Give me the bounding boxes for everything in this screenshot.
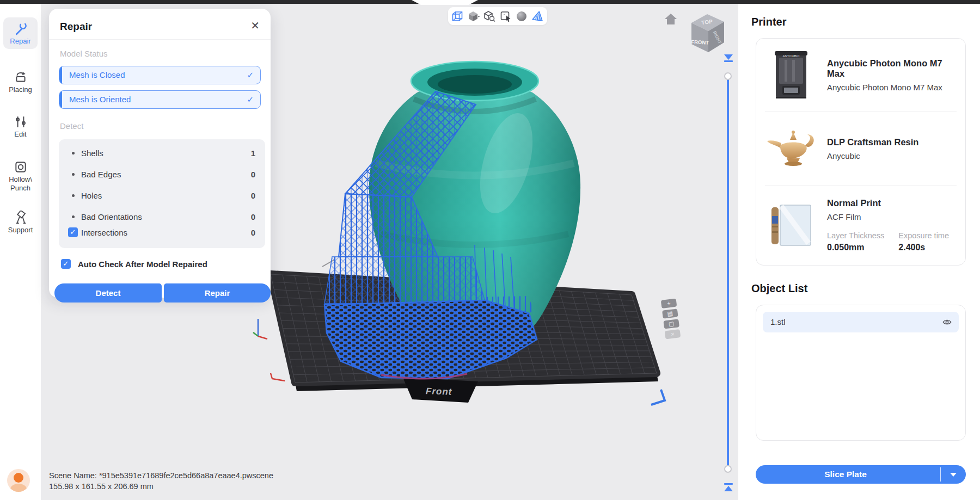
film-image xyxy=(765,201,817,250)
clip-slider-handle-bottom[interactable] xyxy=(724,465,732,473)
exposure-time-value: 2.400s xyxy=(898,243,949,252)
status-mesh-closed: Mesh is Closed ✓ xyxy=(59,66,261,84)
detect-row-intersections: ✓ Intersections 0 xyxy=(59,222,265,244)
svg-text:ANYCUBIC: ANYCUBIC xyxy=(782,54,800,58)
check-icon: ✓ xyxy=(247,95,254,104)
printer-row[interactable]: ANYCUBIC Anycubic Photon Mono M7 Max Any… xyxy=(756,39,965,112)
clip-slider-track[interactable] xyxy=(727,76,729,469)
top-collapse-tab[interactable] xyxy=(412,0,478,5)
view-cube[interactable]: TOP FRONT RIGHT xyxy=(689,11,727,54)
clip-prism-icon[interactable] xyxy=(531,10,544,23)
print-mode-row[interactable]: Normal Print ACF Film Layer Thickness 0.… xyxy=(756,186,965,265)
auto-check-checkbox[interactable]: ✓ xyxy=(61,259,71,269)
detect-row-shells: Shells 1 xyxy=(59,143,265,164)
chevron-down-icon[interactable] xyxy=(950,473,957,477)
detect-row-holes: Holes 0 xyxy=(59,185,265,207)
scene-name-text: Scene Name: *915e5391e71689fe2ce5d66a8a7… xyxy=(49,470,273,481)
rotate-plate-icon xyxy=(14,70,28,84)
clip-slider-handle-top[interactable] xyxy=(724,72,732,80)
home-view-icon[interactable] xyxy=(663,12,678,26)
avatar-body xyxy=(10,484,27,492)
repair-panel: Repair ✕ Model Status Mesh is Closed ✓ M… xyxy=(49,9,271,298)
sidebar-item-repair[interactable]: Repair xyxy=(0,22,41,46)
layer-thickness-value: 0.050mm xyxy=(827,243,884,252)
repair-panel-title: Repair xyxy=(60,21,92,33)
status-bar: Scene Name: *915e5391e71689fe2ce5d66a8a7… xyxy=(49,470,273,492)
printer-name: Anycubic Photon Mono M7 Max xyxy=(827,58,957,79)
printer-subtitle: Anycubic Photon Mono M7 Max xyxy=(827,83,957,92)
object-name: 1.stl xyxy=(770,317,786,326)
printer-section-title: Printer xyxy=(751,16,786,28)
detect-label: Detect xyxy=(60,121,83,131)
wireframe-cube-icon[interactable] xyxy=(451,10,464,23)
auto-check-label: Auto Check After Model Repaired xyxy=(78,260,207,269)
view-toolbar xyxy=(448,7,547,25)
photon-workshop-app: Front xyxy=(0,0,980,500)
slice-plate-button[interactable]: Slice Plate xyxy=(756,465,966,484)
layer-thickness-label: Layer Thickness xyxy=(827,231,884,240)
detect-card: Shells 1 Bad Edges 0 Holes 0 Bad Orienta… xyxy=(59,139,265,248)
film-type: ACF Film xyxy=(827,212,957,221)
sidebar-item-support[interactable]: Support xyxy=(0,211,41,234)
window-top-strip xyxy=(0,0,980,4)
print-params: Layer Thickness 0.050mm Exposure time 2.… xyxy=(827,231,957,252)
resin-image xyxy=(765,128,817,170)
object-list-card: 1.stl xyxy=(756,305,966,441)
lock-icon[interactable]: ▢ xyxy=(663,319,679,329)
status-mesh-oriented: Mesh is Oriented ✓ xyxy=(59,90,261,109)
resin-name: DLP Craftsman Resin xyxy=(827,137,957,147)
right-panel: Printer ANYCUBIC xyxy=(738,4,980,500)
auto-check-row: ✓ Auto Check After Model Repaired xyxy=(61,259,207,269)
printer-card: ANYCUBIC Anycubic Photon Mono M7 Max Any… xyxy=(756,38,966,266)
select-area-icon[interactable] xyxy=(499,10,512,23)
print-mode-name: Normal Print xyxy=(827,198,957,208)
support-icon xyxy=(14,211,28,225)
model-status-label: Model Status xyxy=(60,49,108,58)
svg-text:FRONT: FRONT xyxy=(691,39,709,46)
printer-image: ANYCUBIC xyxy=(765,49,817,101)
intersections-checkbox[interactable]: ✓ xyxy=(68,227,78,237)
clip-to-top-icon[interactable] xyxy=(724,483,733,492)
sidebar-item-hollow-punch[interactable]: Hollow\ Punch xyxy=(0,160,41,193)
sidebar-item-edit[interactable]: Edit xyxy=(0,115,41,139)
detect-button[interactable]: Detect xyxy=(54,283,162,303)
wrench-icon xyxy=(14,22,28,36)
object-list-title: Object List xyxy=(751,282,807,295)
plate-front-tab: Front xyxy=(403,378,478,403)
divider xyxy=(49,39,271,40)
detect-row-bad-edges: Bad Edges 0 xyxy=(59,164,265,186)
solid-cube-dropdown-icon[interactable] xyxy=(467,10,480,23)
plate-corner-bracket xyxy=(651,390,665,405)
tool-sidebar: Repair Placing Edit Hollow\ Punch xyxy=(0,4,41,500)
hollow-square-circle-icon xyxy=(14,160,28,174)
shaded-sphere-icon[interactable] xyxy=(515,10,528,23)
sliders-icon xyxy=(14,115,28,129)
plus-icon[interactable]: + xyxy=(661,299,677,308)
resin-row[interactable]: DLP Craftsman Resin Anycubic xyxy=(756,112,965,185)
divider xyxy=(940,467,941,482)
plate-icon[interactable]: ▤ xyxy=(662,308,678,318)
cube-zoom-icon[interactable] xyxy=(483,10,496,23)
sidebar-item-placing[interactable]: Placing xyxy=(0,70,41,94)
visibility-eye-icon[interactable] xyxy=(942,317,952,329)
object-list-item[interactable]: 1.stl xyxy=(763,312,959,332)
resin-brand: Anycubic xyxy=(827,151,957,161)
exposure-time-label: Exposure time xyxy=(898,231,949,240)
plate-front-label: Front xyxy=(426,386,452,397)
close-icon[interactable]: ✕ xyxy=(250,20,260,32)
repair-button[interactable]: Repair xyxy=(164,283,271,303)
clip-to-bottom-icon[interactable] xyxy=(724,54,733,63)
scene-dimensions-text: 155.98 x 161.55 x 206.69 mm xyxy=(49,481,273,492)
user-avatar[interactable] xyxy=(7,469,30,492)
check-icon: ✓ xyxy=(247,70,254,80)
avatar-head xyxy=(14,473,23,483)
